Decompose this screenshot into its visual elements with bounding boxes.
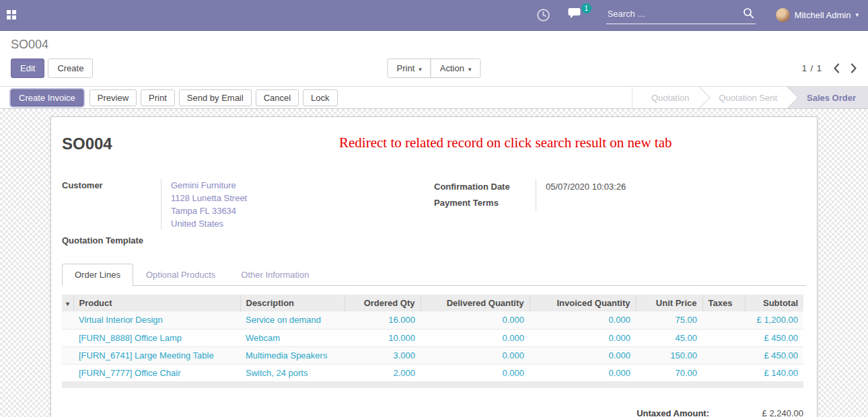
edit-button[interactable]: Edit (11, 59, 44, 78)
quotation-template-label: Quotation Template (62, 234, 161, 247)
print-button[interactable]: Print (141, 89, 175, 106)
cell-invoiced-qty: 0.000 (530, 364, 636, 381)
table-row[interactable]: [FURN_8888] Office Lamp Webcam 10.000 0.… (62, 329, 803, 346)
lock-button[interactable]: Lock (303, 89, 337, 106)
pager-count: 1 / 1 (802, 63, 822, 73)
control-panel: SO004 Edit Create Print▾ Action▾ 1 / 1 (0, 31, 868, 87)
annotation-note: Redirect to related record on click sear… (339, 135, 672, 151)
activities-clock-icon[interactable] (536, 8, 550, 22)
col-ordered-qty[interactable]: Ordered Qty (345, 295, 421, 311)
cell-invoiced-qty: 0.000 (530, 311, 636, 329)
customer-country: United States (171, 217, 434, 230)
table-row[interactable]: [FURN_7777] Office Chair Switch, 24 port… (62, 364, 803, 381)
order-lines-table: ▾ Product Description Ordered Qty Delive… (62, 295, 803, 382)
table-row[interactable]: Virtual Interior Design Service on deman… (62, 311, 803, 329)
cell-description[interactable]: Multimedia Speakers (240, 346, 345, 364)
cell-ordered-qty: 16.000 (345, 311, 421, 329)
chevron-left-icon (833, 63, 840, 73)
cell-taxes (702, 346, 745, 364)
tab-optional-products[interactable]: Optional Products (133, 264, 228, 286)
cell-subtotal: £ 1,200.00 (745, 311, 803, 329)
cell-product[interactable]: [FURN_7777] Office Chair (73, 364, 240, 381)
state-quotation-sent[interactable]: Quotation Sent (700, 87, 788, 109)
user-menu[interactable]: Mitchell Admin ▾ (776, 8, 859, 22)
state-sales-order[interactable]: Sales Order (788, 87, 868, 109)
col-product[interactable]: Product (73, 295, 240, 311)
apps-menu-square (12, 10, 16, 14)
form-sheet: SO004 Redirect to related record on clic… (50, 116, 818, 417)
create-invoice-button[interactable]: Create Invoice (11, 89, 83, 106)
cell-ordered-qty: 2.000 (345, 364, 421, 381)
cell-invoiced-qty: 0.000 (530, 346, 636, 364)
action-dropdown-label: Action (440, 63, 464, 73)
cell-taxes (702, 329, 745, 346)
customer-name[interactable]: Gemini Furniture (171, 179, 434, 192)
payment-terms-value[interactable] (536, 195, 806, 211)
cell-invoiced-qty: 0.000 (530, 329, 636, 346)
cell-unit-price: 150.00 (636, 346, 702, 364)
form-view-background: SO004 Redirect to related record on clic… (0, 109, 868, 417)
top-navbar: 1 Mitchell Admin ▾ (0, 0, 868, 31)
cell-product[interactable]: Virtual Interior Design (73, 311, 240, 329)
table-footer-strip (62, 382, 803, 388)
cell-subtotal: £ 140.00 (745, 364, 803, 381)
table-row[interactable]: [FURN_6741] Large Meeting Table Multimed… (62, 346, 803, 364)
action-dropdown[interactable]: Action▾ (431, 59, 481, 78)
field-group: Customer Gemini Furniture 1128 Lunetta S… (62, 179, 806, 247)
col-delivered-quantity[interactable]: Delivered Quantity (421, 295, 530, 311)
cell-delivered-qty: 0.000 (421, 346, 530, 364)
cell-unit-price: 75.00 (636, 311, 702, 329)
untaxed-amount-label: Untaxed Amount: (637, 408, 709, 417)
cancel-button[interactable]: Cancel (256, 89, 299, 106)
statusbar: Create Invoice Preview Print Send by Ema… (0, 87, 868, 109)
confirmation-date-value: 05/07/2020 10:03:26 (536, 179, 806, 195)
search-icon[interactable] (743, 7, 754, 22)
chevron-down-icon: ▾ (419, 66, 422, 73)
status-pills: Quotation Quotation Sent Sales Order (632, 87, 868, 109)
print-dropdown[interactable]: Print▾ (388, 59, 431, 78)
global-search (606, 6, 756, 24)
cell-delivered-qty: 0.000 (421, 329, 530, 346)
cell-product[interactable]: [FURN_8888] Office Lamp (73, 329, 240, 346)
cell-ordered-qty: 3.000 (345, 346, 421, 364)
state-quotation[interactable]: Quotation (632, 87, 700, 109)
apps-menu-square (12, 15, 16, 20)
customer-label: Customer (62, 179, 161, 230)
cell-taxes (702, 311, 745, 329)
col-taxes[interactable]: Taxes (702, 295, 745, 311)
cell-product[interactable]: [FURN_6741] Large Meeting Table (73, 346, 240, 364)
customer-value[interactable]: Gemini Furniture 1128 Lunetta Street Tam… (161, 179, 434, 230)
pager-previous-button[interactable] (833, 63, 840, 73)
cell-description[interactable]: Switch, 24 ports (240, 364, 345, 381)
pager-next-button[interactable] (851, 63, 857, 73)
search-input[interactable] (606, 6, 756, 24)
cell-unit-price: 70.00 (636, 364, 702, 381)
send-by-email-button[interactable]: Send by Email (179, 89, 252, 106)
chevron-right-icon (851, 63, 857, 73)
col-unit-price[interactable]: Unit Price (636, 295, 702, 311)
tab-other-information[interactable]: Other Information (228, 264, 322, 286)
customer-city: Tampa FL 33634 (171, 204, 434, 217)
create-button[interactable]: Create (48, 59, 93, 78)
messages-icon[interactable]: 1 (568, 7, 583, 23)
untaxed-amount-value: £ 2,240.00 (709, 408, 803, 417)
breadcrumb[interactable]: SO004 (11, 38, 857, 52)
col-subtotal[interactable]: Subtotal (745, 295, 803, 311)
cell-delivered-qty: 0.000 (421, 364, 530, 381)
totals-row: Untaxed Amount: £ 2,240.00 (62, 408, 803, 417)
cell-subtotal: £ 450.00 (745, 346, 803, 364)
cell-description[interactable]: Service on demand (240, 311, 345, 329)
notebook-tabs: Order Lines Optional Products Other Info… (62, 263, 806, 286)
cell-subtotal: £ 450.00 (745, 329, 803, 346)
cell-description[interactable]: Webcam (240, 329, 345, 346)
cell-unit-price: 45.00 (636, 329, 702, 346)
col-invoiced-quantity[interactable]: Invoiced Quantity (530, 295, 636, 311)
apps-menu-icon[interactable] (7, 10, 17, 21)
apps-menu-square (7, 15, 11, 20)
expand-caret-icon[interactable]: ▾ (66, 300, 69, 307)
col-description[interactable]: Description (240, 295, 345, 311)
print-dropdown-label: Print (397, 63, 415, 73)
tab-order-lines[interactable]: Order Lines (62, 264, 133, 286)
preview-button[interactable]: Preview (89, 89, 137, 106)
payment-terms-label: Payment Terms (434, 195, 536, 211)
